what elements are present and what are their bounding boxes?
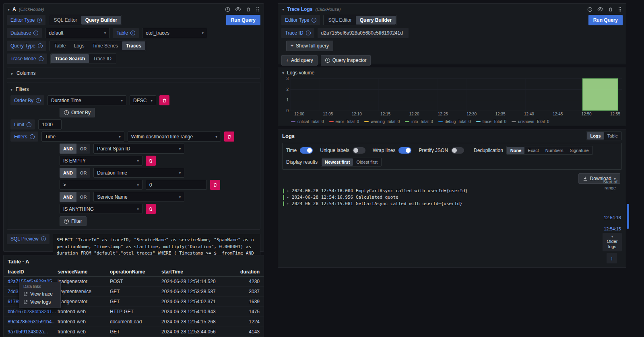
filter-operator-select[interactable]: >▾ [60,180,142,190]
log-row[interactable]: ▸ 2024-06-28 12:54:15.081 GetCartAsync c… [283,201,621,207]
info-circle-icon[interactable]: i [33,31,38,35]
filter-time-value-select[interactable]: Within dashboard time range▾ [128,132,221,142]
panel-collapse-icon[interactable]: ▾ [282,7,284,12]
info-circle-icon[interactable]: i [27,122,31,127]
trace-mode-trace-search[interactable]: Trace Search [51,54,89,63]
dedup-signature-option[interactable]: Signature [566,147,592,154]
column-header-operationname[interactable]: operationName [110,269,161,275]
panel-collapse-icon[interactable]: ▾ [8,7,10,12]
view-logs-option[interactable]: Logs [587,132,604,140]
wrap-lines-toggle[interactable] [398,147,411,154]
limit-input[interactable] [38,119,62,129]
newest-first-option[interactable]: Newest first [322,158,353,166]
legend-item-unknown[interactable]: unknownTotal: 0 [512,119,549,124]
columns-section-header[interactable]: ▸ Columns [7,68,260,79]
log-row[interactable]: ▸ 2024-06-28 12:54:18.004 EmptyCartAsync… [283,188,621,194]
filter-field-select[interactable]: Duration Time▾ [93,168,184,178]
add-filter-button[interactable]: +Filter [60,216,87,226]
info-circle-icon[interactable]: i [130,31,135,35]
editor-type-sql-editor[interactable]: SQL Editor [324,16,355,25]
and-option[interactable]: AND [60,168,76,178]
show-full-query-button[interactable]: +Show full query [286,41,333,51]
info-circle-icon[interactable]: i [36,98,41,103]
editor-type-sql-editor[interactable]: SQL Editor [50,16,81,25]
filters-section-header[interactable]: ▾ Filters [10,85,257,94]
trace-id-link[interactable]: 89cf4286e631591b4... [8,319,58,325]
expand-caret-icon[interactable]: ▸ [287,195,289,199]
table-select[interactable]: otel_traces▾ [142,28,207,38]
dedup-numbers-option[interactable]: Numbers [542,147,567,154]
remove-order-by-button[interactable] [159,95,169,105]
query-type-logs[interactable]: Logs [70,41,89,50]
and-option[interactable]: AND [60,192,76,202]
query-type-traces[interactable]: Traces [122,41,145,50]
filter-value-input[interactable]: 0 [146,180,207,190]
chevron-down-icon[interactable]: ▾ [282,71,284,75]
log-row[interactable]: ▸ 2024-06-28 12:54:16.956 Calculated quo… [283,194,621,200]
trash-icon[interactable] [608,7,613,12]
or-option[interactable]: OR [76,168,91,178]
trace-id-link[interactable]: 9a7b5f9134302a... [8,329,58,335]
order-by-direction-select[interactable]: DESC▾ [130,95,156,105]
or-option[interactable]: OR [76,144,91,154]
legend-item-critical[interactable]: criticalTotal: 0 [291,119,324,124]
drag-handle-icon[interactable] [618,6,622,12]
query-type-timeseries[interactable]: Time Series [89,41,122,50]
editor-type-query-builder[interactable]: Query Builder [356,16,396,25]
legend-item-info[interactable]: infoTotal: 3 [405,119,433,124]
older-logs-button[interactable]: ▾ Older logs [603,233,622,251]
eye-icon[interactable] [597,7,603,12]
filter-field-select[interactable]: Service Name▾ [93,192,184,202]
legend-item-warning[interactable]: warningTotal: 0 [364,119,400,124]
info-circle-icon[interactable]: i [39,56,43,61]
log-nav-timestamp[interactable]: 12:54:15 [604,226,621,231]
trace-id-value[interactable]: d2a7155ef6a928a05680e5ff6190241d [318,28,409,38]
scroll-to-top-button[interactable]: ↑ [607,253,617,263]
history-icon[interactable] [587,7,592,12]
filter-field-select[interactable]: Parent Span ID▾ [93,144,184,154]
trace-id-link[interactable]: bb5167b238bfa82d1... [8,309,58,314]
expand-caret-icon[interactable]: ▸ [287,189,289,193]
info-circle-icon[interactable]: i [306,31,311,35]
trace-mode-trace-id[interactable]: Trace ID [89,54,116,63]
database-select[interactable]: default▾ [45,28,109,38]
prettify-json-toggle[interactable] [451,147,464,154]
dedup-none-option[interactable]: None [507,147,525,154]
unique-labels-toggle[interactable] [353,147,365,154]
add-order-by-button[interactable]: +Order By [60,108,95,117]
column-header-servicename[interactable]: serviceName [58,269,110,275]
info-circle-icon[interactable]: i [30,134,35,139]
drag-handle-icon[interactable] [256,6,260,12]
history-icon[interactable] [225,7,230,12]
filter-operator-select[interactable]: IS EMPTY▾ [60,156,142,166]
and-option[interactable]: AND [60,144,76,154]
dedup-exact-option[interactable]: Exact [524,147,542,154]
order-by-field-select[interactable]: Duration Time▾ [47,95,126,105]
eye-icon[interactable] [235,7,241,12]
legend-item-debug[interactable]: debugTotal: 0 [438,119,471,124]
view-logs-menu-item[interactable]: View logs [19,298,60,306]
filter-time-field-select[interactable]: Time▾ [41,132,124,142]
remove-filter-button[interactable] [210,180,220,190]
column-header-traceid[interactable]: traceID [8,269,58,275]
info-level-bar[interactable] [582,78,618,111]
scrollbar-thumb[interactable] [627,204,629,229]
info-circle-icon[interactable]: i [37,18,42,23]
column-header-starttime[interactable]: startTime [161,269,234,275]
editor-type-query-builder[interactable]: Query Builder [81,16,121,25]
oldest-first-option[interactable]: Oldest first [353,158,381,166]
view-table-option[interactable]: Table [604,132,621,140]
or-option[interactable]: OR [76,192,91,202]
info-circle-icon[interactable]: i [41,236,46,241]
view-trace-menu-item[interactable]: View trace [19,290,60,298]
trash-icon[interactable] [246,7,251,12]
query-inspector-button[interactable]: iQuery inspector [321,55,371,66]
expand-caret-icon[interactable]: ▸ [287,202,289,205]
remove-filter-button[interactable] [146,156,156,166]
log-nav-timestamp[interactable]: 12:54:18 [604,215,621,220]
remove-filter-button[interactable] [224,132,234,142]
legend-item-trace[interactable]: traceTotal: 0 [476,119,506,124]
time-toggle[interactable] [300,147,313,154]
run-query-button[interactable]: Run Query [226,15,260,25]
add-query-button[interactable]: +Add query [281,55,318,66]
